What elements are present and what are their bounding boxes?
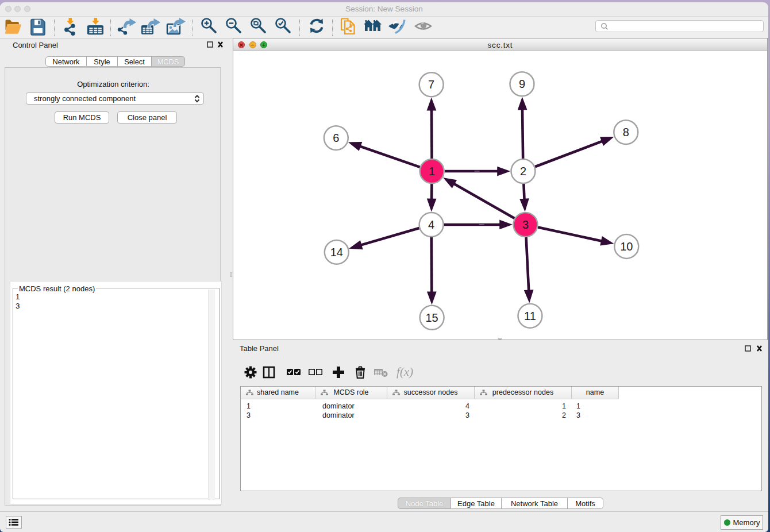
svg-text:3: 3 bbox=[522, 218, 529, 231]
svg-text:10: 10 bbox=[620, 240, 633, 253]
svg-text:4: 4 bbox=[428, 218, 434, 231]
svg-text:8: 8 bbox=[623, 126, 629, 138]
svg-text:6: 6 bbox=[333, 132, 339, 144]
svg-text:7: 7 bbox=[428, 78, 434, 91]
svg-text:14: 14 bbox=[330, 246, 343, 259]
svg-text:1: 1 bbox=[429, 165, 435, 178]
svg-text:11: 11 bbox=[524, 310, 536, 322]
svg-text:2: 2 bbox=[520, 165, 526, 178]
svg-text:9: 9 bbox=[519, 78, 525, 90]
svg-text:15: 15 bbox=[426, 311, 438, 324]
